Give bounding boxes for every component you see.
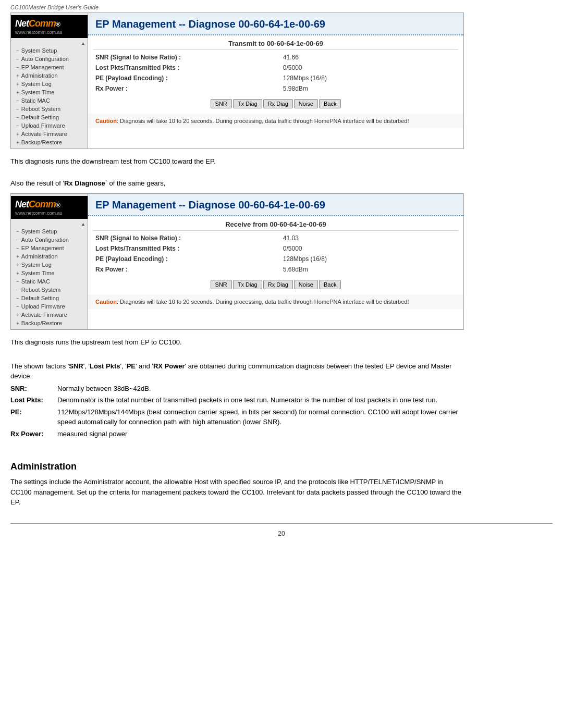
bullet: + [16, 312, 19, 318]
sidebar-item-auto-config-1[interactable]: −Auto Configuration [11, 55, 88, 63]
caution-box-1: Caution: Diagnosis will take 10 to 20 se… [88, 114, 463, 128]
caution-box-2: Caution: Diagnosis will take 10 to 20 se… [88, 294, 463, 309]
logo2: NetComm® www.netcomm.com.au [11, 196, 88, 219]
sidebar-item-system-setup-2[interactable]: −System Setup [11, 227, 88, 236]
sidebar-label: Static MAC [21, 97, 50, 104]
sidebar-item-ep-mgmt-2[interactable]: −EP Management [11, 244, 88, 252]
scroll-up1[interactable]: ▲ [11, 40, 88, 46]
bullet: + [16, 254, 19, 260]
back-button-2[interactable]: Back [319, 280, 341, 289]
dl-term-snr: SNR: [10, 384, 57, 394]
logo-net1: Net [15, 18, 29, 29]
page-footer: 20 [10, 523, 553, 541]
diag-row: Rx Power : 5.68dBm [95, 264, 456, 275]
bullet: − [16, 106, 19, 112]
diag-buttons-2: SNR Tx Diag Rx Diag Noise Back [95, 277, 456, 292]
sidebar-item-system-setup-1[interactable]: −System Setup [11, 46, 88, 55]
pe-term: PE [127, 362, 136, 370]
diag-row: Lost Pkts/Transmitted Pkts : 0/5000 [95, 243, 456, 254]
diag-row: PE (Payload Encoding) : 128Mbps (16/8) [95, 73, 456, 83]
bullet: − [16, 287, 19, 293]
diag-buttons-1: SNR Tx Diag Rx Diag Noise Back [95, 96, 456, 112]
sidebar-label: Reboot System [21, 287, 60, 293]
sidebar-label: System Setup [21, 47, 57, 54]
text-section-1: This diagnosis runs the downstream test … [10, 153, 464, 172]
admin-text: The settings include the Administrator a… [10, 477, 464, 508]
noise-button-2[interactable]: Noise [294, 280, 318, 289]
diag-row: SNR (Signal to Noise Ratio) : 41.03 [95, 233, 456, 243]
tx-diag-button-1[interactable]: Tx Diag [233, 99, 262, 108]
diag-value: 5.68dBm [283, 266, 308, 273]
sidebar-item-reboot-1[interactable]: −Reboot System [11, 105, 88, 113]
sidebar-item-syslog-1[interactable]: +System Log [11, 80, 88, 88]
bullet: + [16, 73, 19, 79]
bullet: + [16, 140, 19, 145]
sidebar-item-backup-1[interactable]: +Backup/Restore [11, 138, 88, 146]
logo-comm2: Comm [29, 199, 56, 209]
bullet: − [16, 65, 19, 70]
sidebar-item-ep-mgmt-1[interactable]: −EP Management [11, 63, 88, 71]
tx-diag-button-2[interactable]: Tx Diag [233, 280, 262, 289]
diag-label: Lost Pkts/Transmitted Pkts : [95, 64, 283, 71]
panel1: NetComm® www.netcomm.com.au ▲ −System Se… [10, 13, 464, 149]
sidebar-label: Default Setting [21, 114, 59, 120]
bullet: − [16, 279, 19, 285]
sidebar-label: Auto Configuration [21, 56, 69, 62]
sidebar-label: Upload Firmware [21, 122, 65, 129]
bullet: + [16, 131, 19, 137]
diag-label: Lost Pkts/Transmitted Pkts : [95, 245, 283, 252]
upstream-text: This diagnosis runs the upstream test fr… [10, 337, 464, 348]
bullet: − [16, 304, 19, 310]
dl-desc-snr: Normally between 38dB~42dB. [57, 384, 464, 394]
panel2: NetComm® www.netcomm.com.au ▲ −System Se… [10, 193, 464, 330]
dl-row-snr: SNR: Normally between 38dB~42dB. [10, 384, 464, 394]
ep-title-2: EP Management -- Diagnose 00-60-64-1e-00… [95, 199, 456, 211]
sidebar-item-activate-1[interactable]: +Activate Firmware [11, 130, 88, 138]
ep-title-1: EP Management -- Diagnose 00-60-64-1e-00… [95, 18, 456, 30]
sidebar-item-activate-2[interactable]: +Activate Firmware [11, 311, 88, 319]
logo-net2: Net [15, 199, 29, 209]
snr-button-1[interactable]: SNR [211, 99, 232, 108]
diag-table-2: SNR (Signal to Noise Ratio) : 41.03 Lost… [88, 231, 463, 277]
bullet: − [16, 123, 19, 129]
bullet: + [16, 270, 19, 276]
sidebar-item-systime-1[interactable]: +System Time [11, 88, 88, 96]
sidebar-item-upload-1[interactable]: −Upload Firmware [11, 121, 88, 130]
sidebar-item-staticmac-2[interactable]: −Static MAC [11, 277, 88, 286]
logo-comm1: Comm [29, 18, 56, 29]
sidebar-item-syslog-2[interactable]: +System Log [11, 261, 88, 269]
diag-value: 0/5000 [283, 64, 302, 71]
bullet: − [16, 56, 19, 62]
sidebar-item-backup-2[interactable]: +Backup/Restore [11, 319, 88, 327]
back-button-1[interactable]: Back [319, 99, 341, 108]
sidebar-item-default-2[interactable]: −Default Setting [11, 294, 88, 302]
sidebar-label: Static MAC [21, 278, 50, 285]
sidebar-item-auto-config-2[interactable]: −Auto Configuration [11, 236, 88, 244]
diag-label: Rx Power : [95, 85, 283, 92]
diag-value: 5.98dBm [283, 85, 308, 92]
sidebar-item-admin-2[interactable]: +Administration [11, 252, 88, 261]
sidebar-item-staticmac-1[interactable]: −Static MAC [11, 96, 88, 105]
dl-desc-pe: 112Mbps/128Mbps/144Mbps (best connection… [57, 407, 464, 427]
sidebar-item-reboot-2[interactable]: −Reboot System [11, 286, 88, 294]
sidebar-item-default-1[interactable]: −Default Setting [11, 113, 88, 121]
sidebar-label: Upload Firmware [21, 303, 65, 310]
noise-button-1[interactable]: Noise [294, 99, 318, 108]
sidebar-label: System Time [21, 270, 55, 276]
scroll-up2[interactable]: ▲ [11, 221, 88, 227]
bullet: − [16, 115, 19, 120]
text-section-2: Also the result of 'Rx Diagnose` of the … [10, 175, 464, 194]
logo1: NetComm® www.netcomm.com.au [11, 15, 88, 38]
diag-label: SNR (Signal to Noise Ratio) : [95, 235, 283, 242]
snr-button-2[interactable]: SNR [211, 280, 232, 289]
dl-term-lostpkts: Lost Pkts: [10, 395, 57, 405]
rx-diag-button-2[interactable]: Rx Diag [263, 280, 293, 289]
diag-value: 128Mbps (16/8) [283, 75, 327, 82]
rx-diag-button-1[interactable]: Rx Diag [263, 99, 293, 108]
sidebar-item-upload-2[interactable]: −Upload Firmware [11, 302, 88, 311]
sidebar-item-admin-1[interactable]: +Administration [11, 71, 88, 80]
diag-row: Lost Pkts/Transmitted Pkts : 0/5000 [95, 63, 456, 73]
dl-desc-lostpkts: Denominator is the total number of trans… [57, 395, 464, 405]
sidebar-label: EP Management [21, 64, 64, 70]
sidebar-item-systime-2[interactable]: +System Time [11, 269, 88, 277]
